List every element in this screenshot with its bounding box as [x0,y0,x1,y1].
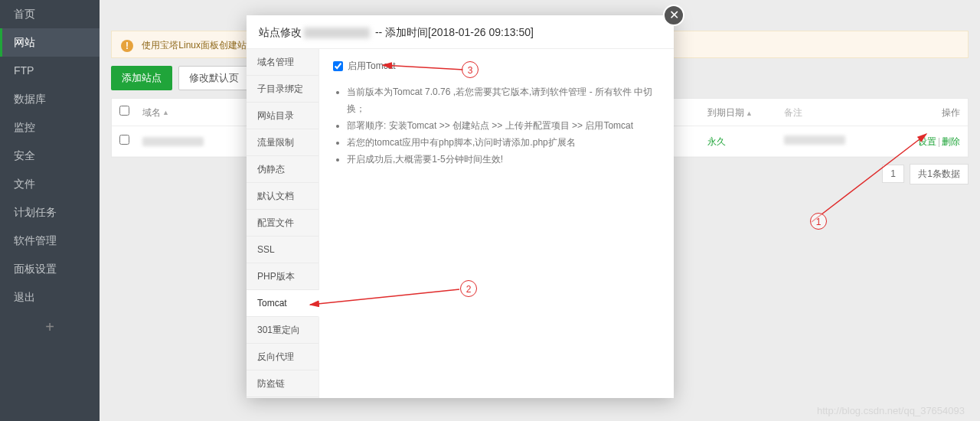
domain-cell[interactable] [142,137,204,146]
edit-default-button[interactable]: 修改默认页 [178,66,250,90]
tip-item: 部署顺序: 安装Tomcat >> 创建站点 >> 上传并配置项目 >> 启用T… [347,117,660,134]
col-ops-header: 操作 [899,99,960,126]
sidebar-add-button[interactable]: + [0,312,100,342]
tab-301-redirect[interactable]: 301重定向 [247,317,318,344]
sidebar-item-file[interactable]: 文件 [0,170,100,198]
sidebar-item-database[interactable]: 数据库 [0,85,100,113]
sidebar-item-cron[interactable]: 计划任务 [0,198,100,227]
tab-config-file[interactable]: 配置文件 [247,210,318,237]
col-note-header: 备注 [784,99,899,126]
tab-domain-manage[interactable]: 域名管理 [247,49,318,76]
tip-item: 开启成功后,大概需要1-5分钟时间生效! [347,151,660,168]
note-cell [784,135,845,145]
title-redacted [304,28,370,38]
sidebar-item-monitor[interactable]: 监控 [0,113,100,142]
enable-tomcat-label: 启用Tomcat [348,60,396,73]
tab-site-dir[interactable]: 网站目录 [247,103,318,129]
watermark: http://blog.csdn.net/qq_37654093 [817,405,965,416]
annotation-circle-1: 1 [810,213,827,230]
enable-tomcat-checkbox[interactable] [333,61,343,71]
sidebar-item-security[interactable]: 安全 [0,142,100,170]
tab-tomcat[interactable]: Tomcat [247,290,319,317]
tip-item: 若您的tomcat应用中有php脚本,访问时请添加.php扩展名 [347,134,660,151]
sort-arrow-icon: ▲ [746,109,753,117]
tab-php-version[interactable]: PHP版本 [247,263,318,290]
tab-ssl[interactable]: SSL [247,237,318,263]
page-number[interactable]: 1 [882,165,904,183]
tips-list: 当前版本为Tomcat 7.0.76 ,若您需要其它版本,请到软件管理 - 所有… [333,83,660,168]
tab-rewrite[interactable]: 伪静态 [247,156,318,183]
warning-icon: ! [121,40,133,52]
tab-reverse-proxy[interactable]: 反向代理 [247,344,318,370]
modal-tabs: 域名管理 子目录绑定 网站目录 流量限制 伪静态 默认文档 配置文件 SSL P… [247,49,319,398]
row-checkbox[interactable] [119,135,129,145]
sort-arrow-icon: ▲ [162,99,169,126]
sidebar: 首页 网站 FTP 数据库 监控 安全 文件 计划任务 软件管理 面板设置 退出… [0,0,100,421]
sidebar-item-panel-settings[interactable]: 面板设置 [0,255,100,283]
col-expire-header[interactable]: 到期日期▲ [707,99,784,126]
tip-item: 当前版本为Tomcat 7.0.76 ,若您需要其它版本,请到软件管理 - 所有… [347,83,660,117]
tab-default-doc[interactable]: 默认文档 [247,183,318,210]
add-site-button[interactable]: 添加站点 [111,66,172,90]
tab-hotlink[interactable]: 防盗链 [247,370,318,397]
close-icon[interactable]: ✕ [663,5,684,26]
annotation-circle-3: 3 [462,61,479,78]
select-all-checkbox[interactable] [119,106,129,116]
sidebar-item-logout[interactable]: 退出 [0,283,100,312]
sidebar-item-home[interactable]: 首页 [0,0,100,28]
sidebar-item-ftp[interactable]: FTP [0,57,100,85]
row-delete-link[interactable]: 删除 [942,136,960,147]
row-settings-link[interactable]: 设置 [918,136,936,147]
site-edit-modal: ✕ 站点修改 -- 添加时间[2018-01-26 09:13:50] 域名管理… [247,15,674,398]
sidebar-item-software[interactable]: 软件管理 [0,227,100,255]
tab-traffic-limit[interactable]: 流量限制 [247,129,318,156]
expire-cell: 永久 [707,126,784,156]
page-total: 共1条数据 [910,164,969,184]
sidebar-item-site[interactable]: 网站 [0,28,100,57]
tab-content-tomcat: 启用Tomcat 当前版本为Tomcat 7.0.76 ,若您需要其它版本,请到… [319,49,674,398]
annotation-circle-2: 2 [460,280,477,297]
modal-title: 站点修改 -- 添加时间[2018-01-26 09:13:50] [247,15,674,49]
tab-subdir[interactable]: 子目录绑定 [247,76,318,103]
